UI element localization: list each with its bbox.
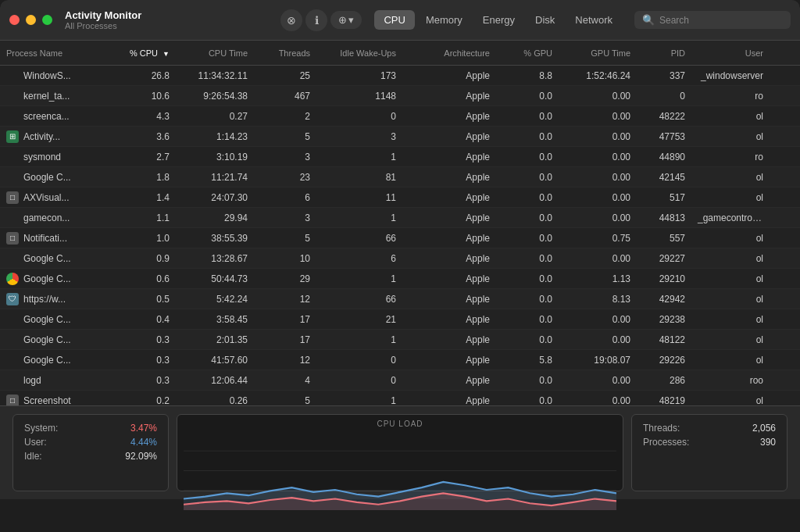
threads-stat: Threads: 2,056 (643, 423, 776, 434)
search-input[interactable] (659, 15, 783, 26)
cell-cpu: 1.1 (113, 212, 176, 223)
minimize-button[interactable] (26, 15, 36, 25)
table-row[interactable]: 🛡https://w... 0.5 5:42.24 12 66 Apple 0.… (0, 289, 800, 309)
cell-threads: 3 (254, 152, 316, 162)
stop-button[interactable]: ⊗ (280, 9, 302, 31)
col-threads[interactable]: Threads (254, 48, 316, 58)
table-row[interactable]: gamecon... 1.1 29.94 3 1 Apple 0.0 0.00 … (0, 208, 800, 228)
user-label: User: (24, 437, 47, 448)
cell-gpu-time: 0.00 (559, 395, 637, 406)
cell-gpu-time: 0.00 (559, 375, 637, 386)
cell-name: screenca... (0, 110, 113, 123)
cell-cpu: 0.4 (113, 314, 176, 325)
cell-pid: 48219 (637, 395, 691, 406)
cell-pid: 29226 (637, 355, 691, 366)
threads-value: 2,056 (752, 423, 776, 434)
cell-user: ol (691, 192, 770, 203)
tab-cpu[interactable]: CPU (374, 10, 414, 30)
table-row[interactable]: Google C... 1.8 11:21.74 23 81 Apple 0.0… (0, 167, 800, 187)
cell-threads: 4 (254, 375, 316, 386)
close-button[interactable] (9, 15, 20, 25)
col-gpu-time[interactable]: GPU Time (559, 48, 637, 58)
cell-idle-wakeups: 6 (316, 253, 402, 264)
cell-cpu-time: 0.27 (176, 111, 254, 122)
table-row[interactable]: □Notificati... 1.0 38:55.39 5 66 Apple 0… (0, 228, 800, 248)
table-row[interactable]: □Screenshot 0.2 0.26 5 1 Apple 0.0 0.00 … (0, 391, 800, 405)
cell-arch: Apple (402, 294, 496, 305)
cell-name: Google C... (0, 252, 113, 265)
cell-cpu-time: 0.26 (176, 395, 254, 406)
idle-stat: Idle: 92.09% (24, 451, 157, 462)
cell-user: ol (691, 253, 770, 264)
table-row[interactable]: ⊞Activity... 3.6 1:14.23 5 3 Apple 0.0 0… (0, 127, 800, 147)
col-process-name[interactable]: Process Name (0, 48, 113, 58)
tab-disk[interactable]: Disk (526, 10, 564, 30)
cell-threads: 23 (254, 172, 316, 183)
tab-energy[interactable]: Energy (473, 10, 524, 30)
action-dropdown[interactable]: ⊕ ▾ (330, 11, 362, 29)
table-row[interactable]: screenca... 4.3 0.27 2 0 Apple 0.0 0.00 … (0, 106, 800, 127)
cell-gpu-time: 19:08.07 (559, 355, 637, 366)
maximize-button[interactable] (42, 15, 52, 25)
cell-gpu: 0.0 (496, 253, 559, 264)
cell-arch: Apple (402, 152, 496, 162)
col-pid[interactable]: PID (637, 48, 691, 58)
table-row[interactable]: WindowS... 26.8 11:34:32.11 25 173 Apple… (0, 66, 800, 86)
table-row[interactable]: Google C... 0.6 50:44.73 29 1 Apple 0.0 … (0, 269, 800, 289)
cell-name: WindowS... (0, 70, 113, 82)
col-architecture[interactable]: Architecture (402, 48, 496, 58)
process-icon-chrome (6, 273, 19, 285)
cell-cpu-time: 13:28.67 (176, 253, 254, 264)
table-row[interactable]: kernel_ta... 10.6 9:26:54.38 467 1148 Ap… (0, 86, 800, 106)
search-box[interactable]: 🔍 (634, 11, 791, 29)
col-user[interactable]: User (691, 48, 770, 58)
cell-idle-wakeups: 0 (316, 355, 402, 366)
cell-gpu: 0.0 (496, 375, 559, 386)
cell-name: Google C... (0, 313, 113, 326)
table-row[interactable]: sysmond 2.7 3:10.19 3 1 Apple 0.0 0.00 4… (0, 147, 800, 167)
table-row[interactable]: □AXVisual... 1.4 24:07.30 6 11 Apple 0.0… (0, 187, 800, 208)
col-cpu-pct[interactable]: % CPU ▼ (113, 48, 176, 58)
cell-gpu-time: 0.00 (559, 111, 637, 122)
cell-gpu: 0.0 (496, 111, 559, 122)
cell-pid: 48122 (637, 334, 691, 345)
cell-pid: 47753 (637, 131, 691, 142)
col-idle-wakeups[interactable]: Idle Wake-Ups (316, 48, 402, 58)
cell-name: sysmond (0, 151, 113, 163)
cell-name: Google C... (0, 171, 113, 184)
cell-gpu-time: 0.00 (559, 172, 637, 183)
cell-idle-wakeups: 1 (316, 212, 402, 223)
tab-network[interactable]: Network (566, 10, 622, 30)
cell-cpu: 3.6 (113, 131, 176, 142)
table-row[interactable]: Google C... 0.3 41:57.60 12 0 Apple 5.8 … (0, 350, 800, 370)
tab-memory[interactable]: Memory (416, 10, 472, 30)
cell-cpu-time: 3:58.45 (176, 314, 254, 325)
table-row[interactable]: logd 0.3 12:06.44 4 0 Apple 0.0 0.00 286… (0, 370, 800, 391)
cell-cpu: 0.3 (113, 334, 176, 345)
window-controls (9, 15, 52, 25)
cell-gpu-time: 0.00 (559, 131, 637, 142)
cell-cpu: 1.4 (113, 192, 176, 203)
cell-pid: 29227 (637, 253, 691, 264)
info-button[interactable]: ℹ (305, 9, 327, 31)
cell-name: ⊞Activity... (0, 130, 113, 143)
cell-user: ol (691, 131, 770, 142)
table-row[interactable]: Google C... 0.3 2:01.35 17 1 Apple 0.0 0… (0, 330, 800, 350)
cell-gpu-time: 0.00 (559, 212, 637, 223)
cell-arch: Apple (402, 355, 496, 366)
cell-user: ol (691, 172, 770, 183)
table-row[interactable]: Google C... 0.9 13:28.67 10 6 Apple 0.0 … (0, 248, 800, 269)
cell-pid: 42942 (637, 294, 691, 305)
col-gpu-pct[interactable]: % GPU (496, 48, 559, 58)
cell-gpu: 0.0 (496, 172, 559, 183)
app-subtitle: All Processes (65, 21, 141, 30)
cell-arch: Apple (402, 233, 496, 244)
table-row[interactable]: Google C... 0.4 3:58.45 17 21 Apple 0.0 … (0, 309, 800, 330)
col-cpu-time[interactable]: CPU Time (176, 48, 254, 58)
cell-threads: 12 (254, 355, 316, 366)
cell-threads: 17 (254, 334, 316, 345)
cell-idle-wakeups: 1 (316, 152, 402, 162)
cell-threads: 29 (254, 273, 316, 284)
cell-threads: 467 (254, 91, 316, 102)
cell-idle-wakeups: 66 (316, 294, 402, 305)
